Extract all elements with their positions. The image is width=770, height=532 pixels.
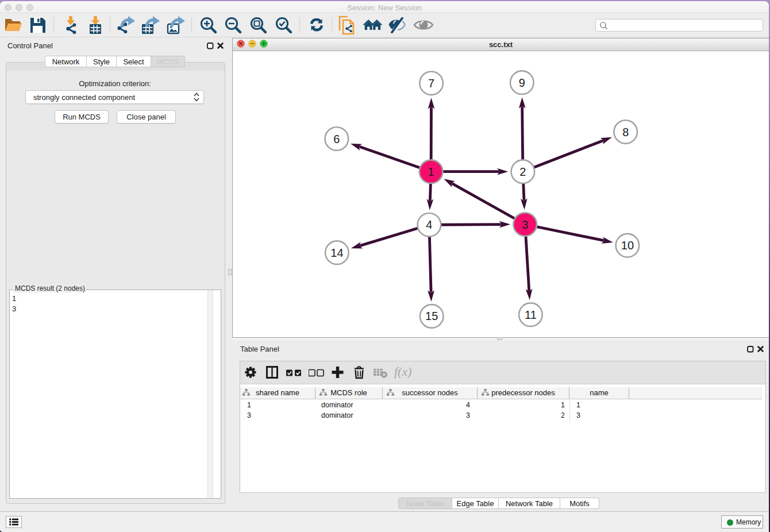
svg-text:4: 4 [426,218,432,231]
svg-text:3: 3 [522,218,528,231]
svg-text:15: 15 [425,310,438,322]
svg-text:10: 10 [621,239,634,252]
svg-text:2: 2 [519,165,526,178]
svg-text:7: 7 [428,77,434,90]
svg-text:9: 9 [519,76,525,89]
svg-text:14: 14 [330,246,343,259]
svg-text:6: 6 [333,133,340,145]
svg-text:1: 1 [428,165,434,178]
svg-text:8: 8 [622,126,629,138]
svg-text:11: 11 [525,309,537,321]
